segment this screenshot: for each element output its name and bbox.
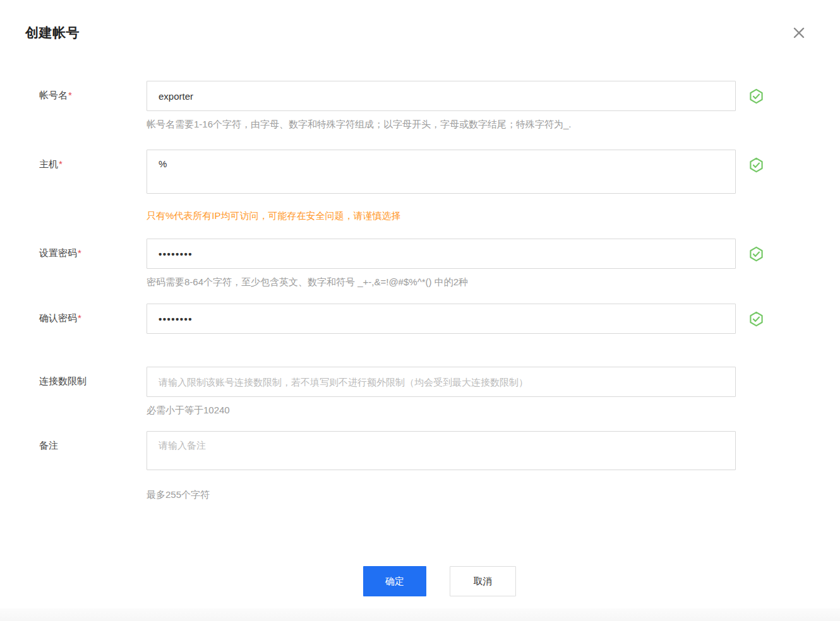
connection-limit-input[interactable] [147, 367, 736, 397]
account-name-input[interactable] [147, 81, 736, 111]
required-marker: * [59, 158, 63, 169]
form-row-confirm-password: 确认密码* [39, 304, 840, 334]
form-row-host: 主机* % 只有%代表所有IP均可访问，可能存在安全问题，请谨慎选择 [39, 150, 840, 223]
close-icon [791, 25, 807, 42]
remark-hint: 最多255个字符 [147, 488, 736, 502]
page-background-strip [0, 608, 840, 621]
confirm-password-label: 确认密码* [39, 304, 147, 334]
account-name-hint: 帐号名需要1-16个字符，由字母、数字和特殊字符组成；以字母开头，字母或数字结尾… [147, 117, 736, 131]
remark-label: 备注 [39, 431, 147, 502]
password-hint: 密码需要8-64个字符，至少包含英文、数字和符号 _+-,&=!@#$%^*()… [147, 275, 736, 289]
host-security-warning: 只有%代表所有IP均可访问，可能存在安全问题，请谨慎选择 [147, 209, 736, 223]
connection-limit-label: 连接数限制 [39, 367, 147, 417]
remark-input[interactable] [147, 431, 736, 470]
required-marker: * [78, 312, 81, 323]
dialog-header: 创建帐号 [0, 0, 840, 42]
create-account-dialog: 创建帐号 帐号名* 帐号名需要1-16个字符，由字母、数字和特殊字符组成； [0, 0, 840, 621]
dialog-footer: 确定 取消 [39, 566, 840, 596]
dialog-title: 创建帐号 [25, 24, 815, 42]
success-check-icon [748, 310, 765, 328]
confirm-button[interactable]: 确定 [363, 566, 426, 596]
account-name-label: 帐号名* [39, 81, 147, 131]
success-check-icon [748, 157, 765, 174]
close-button[interactable] [791, 25, 807, 42]
cancel-button[interactable]: 取消 [450, 566, 516, 596]
form-row-remark: 备注 最多255个字符 [39, 431, 840, 502]
form-row-connection-limit: 连接数限制 必需小于等于10240 [39, 367, 840, 417]
form-row-account-name: 帐号名* 帐号名需要1-16个字符，由字母、数字和特殊字符组成；以字母开头，字母… [39, 81, 840, 131]
create-account-form: 帐号名* 帐号名需要1-16个字符，由字母、数字和特殊字符组成；以字母开头，字母… [39, 81, 840, 596]
required-marker: * [78, 247, 81, 258]
password-input[interactable] [147, 239, 736, 269]
host-input[interactable]: % [147, 150, 736, 194]
required-marker: * [68, 90, 72, 100]
success-check-icon [748, 88, 765, 105]
form-row-password: 设置密码* 密码需要8-64个字符，至少包含英文、数字和符号 _+-,&=!@#… [39, 239, 840, 289]
host-label: 主机* [39, 150, 147, 223]
confirm-password-input[interactable] [147, 304, 736, 334]
connection-limit-hint: 必需小于等于10240 [147, 403, 736, 417]
success-check-icon [748, 245, 765, 263]
password-label: 设置密码* [39, 239, 147, 289]
